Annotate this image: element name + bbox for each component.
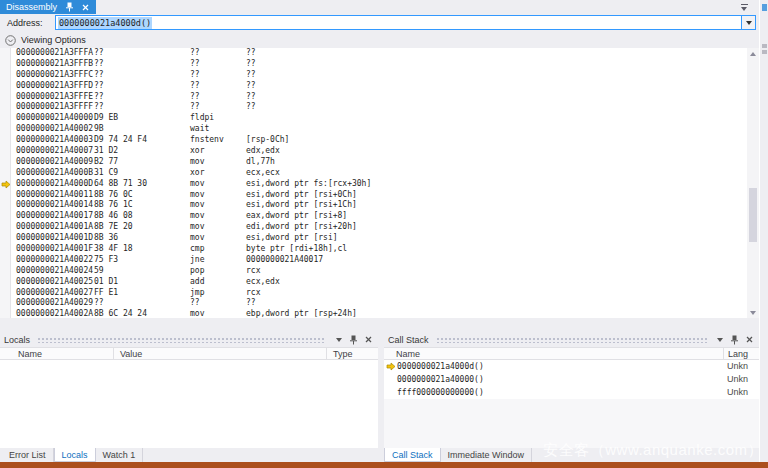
address-input[interactable]: 0000000021a4000d() (55, 15, 756, 30)
window-position-icon[interactable] (714, 334, 725, 345)
frame-name: ffff000000000000() (397, 386, 727, 399)
column-header-lang[interactable]: Lang (724, 348, 759, 359)
disassembly-line[interactable]: 0000000021A400178B 46 08moveax,dword ptr… (0, 211, 747, 222)
disassembly-code-area[interactable]: 0000000021A3FFFA?????? 0000000021A3FFFB?… (0, 48, 747, 318)
instruction-address: 0000000021A40003 (16, 135, 94, 146)
disassembly-line[interactable]: 0000000021A3FFFE?????? (0, 92, 747, 103)
instruction-bytes: 9B (94, 124, 190, 135)
disassembly-line[interactable]: 0000000021A4000B31 C9xorecx,ecx (0, 168, 747, 179)
expander-chevron-icon (5, 35, 16, 46)
frame-gutter (384, 386, 397, 399)
disassembly-line[interactable]: 0000000021A4001F38 4F 18cmpbyte ptr [rdi… (0, 244, 747, 255)
disassembly-line[interactable]: 0000000021A3FFFF?????? (0, 102, 747, 113)
disassembly-line[interactable]: 0000000021A3FFFA?????? (0, 48, 747, 59)
column-header-value[interactable]: Value (114, 348, 327, 359)
callstack-frame[interactable]: 0000000021a40000() Unkn (384, 373, 759, 386)
instruction-bytes: ?? (94, 70, 190, 81)
panel-tab[interactable]: Immediate Window (441, 448, 533, 462)
instruction-bytes: 8B 36 (94, 233, 190, 244)
panel-tab[interactable]: Watch 1 (96, 448, 144, 462)
instruction-bytes: 31 C9 (94, 168, 190, 179)
pin-icon[interactable] (65, 2, 74, 12)
panel-tab-label: Call Stack (392, 450, 433, 460)
drag-handle[interactable] (37, 336, 326, 343)
callstack-column-headers: Name Lang (384, 347, 759, 360)
disassembly-line[interactable]: 0000000021A4001D8B 36movesi,dword ptr [r… (0, 233, 747, 244)
instruction-bytes: B2 77 (94, 157, 190, 168)
document-list-dropdown-icon[interactable] (740, 4, 749, 11)
disassembly-line[interactable]: 0000000021A4000D64 8B 71 30movesi,dword … (0, 179, 747, 190)
instruction-bytes: 8B 46 08 (94, 211, 190, 222)
instruction-operands: esi,dword ptr [rsi+1Ch] (246, 200, 357, 209)
disassembly-line[interactable]: 0000000021A40009B2 77movdl,77h (0, 157, 747, 168)
instruction-mnemonic: add (190, 277, 246, 288)
code-scrollbar[interactable] (747, 48, 759, 318)
callstack-frame[interactable]: 0000000021a4000d() Unkn (384, 360, 759, 373)
frame-lang: Unkn (727, 386, 748, 399)
instruction-bytes: D9 EB (94, 113, 190, 124)
column-header-type[interactable]: Type (327, 348, 378, 359)
scroll-down-icon[interactable] (747, 307, 759, 318)
disassembly-line[interactable]: 0000000021A40027FF E1jmprcx (0, 288, 747, 299)
instruction-operands: ?? (246, 59, 256, 68)
panel-tab[interactable]: Locals (54, 448, 96, 462)
instruction-bytes: 75 F3 (94, 255, 190, 266)
instruction-mnemonic: fldpi (190, 113, 246, 124)
instruction-mnemonic: ?? (190, 92, 246, 103)
pin-icon[interactable] (348, 334, 359, 345)
disassembly-line[interactable]: 0000000021A3FFFD?????? (0, 81, 747, 92)
callstack-frame[interactable]: ffff000000000000() Unkn (384, 386, 759, 399)
column-header-name[interactable]: Name (0, 348, 114, 359)
disassembly-line[interactable]: 0000000021A40000D9 EBfldpi (0, 113, 747, 124)
instruction-address: 0000000021A3FFFD (16, 81, 94, 92)
disassembly-line[interactable]: 0000000021A4002459poprcx (0, 266, 747, 277)
callstack-body[interactable]: 0000000021a4000d() Unkn 0000000021a40000… (384, 360, 759, 448)
disassembly-line[interactable]: 0000000021A3FFFB?????? (0, 59, 747, 70)
disassembly-line[interactable]: 0000000021A400118B 76 0Cmovesi,dword ptr… (0, 190, 747, 201)
instruction-address: 0000000021A40017 (16, 211, 94, 222)
disassembly-line[interactable]: 0000000021A40029?????? (0, 298, 747, 309)
tab-disassembly[interactable]: Disassembly (0, 0, 96, 14)
drag-handle[interactable] (436, 336, 707, 343)
locals-titlebar[interactable]: Locals (0, 332, 378, 347)
instruction-operands: byte ptr [rdi+18h],cl (246, 244, 347, 253)
instruction-bytes: 8B 76 1C (94, 200, 190, 211)
locals-body[interactable] (0, 360, 378, 448)
instruction-operands: ?? (246, 48, 256, 57)
tab-title: Disassembly (6, 2, 57, 12)
disassembly-line[interactable]: 0000000021A4001A8B 7E 20movedi,dword ptr… (0, 222, 747, 233)
window-position-icon[interactable] (333, 334, 344, 345)
close-icon[interactable] (82, 4, 89, 11)
disassembly-line[interactable]: 0000000021A400148B 76 1Cmovesi,dword ptr… (0, 200, 747, 211)
locals-panel: Locals Name Value Type (0, 332, 378, 448)
disassembly-line[interactable]: 0000000021A4002275 F3jne0000000021A40017 (0, 255, 747, 266)
disassembly-line[interactable]: 0000000021A4002A8B 6C 24 24movebp,dword … (0, 309, 747, 318)
instruction-address: 0000000021A4000D (16, 179, 94, 190)
instruction-mnemonic: mov (190, 309, 246, 318)
instruction-mnemonic: xor (190, 146, 246, 157)
viewing-options-toggle[interactable]: Viewing Options (0, 32, 759, 48)
address-dropdown-button[interactable] (741, 16, 755, 29)
scroll-up-icon[interactable] (747, 48, 759, 59)
instruction-address: 0000000021A3FFFE (16, 92, 94, 103)
disassembly-line[interactable]: 0000000021A4000731 D2xoredx,edx (0, 146, 747, 157)
disassembly-line[interactable]: 0000000021A400029Bwait (0, 124, 747, 135)
panel-tab[interactable]: Error List (2, 448, 54, 462)
disassembly-line[interactable]: 0000000021A3FFFC?????? (0, 70, 747, 81)
callstack-titlebar[interactable]: Call Stack (384, 332, 759, 347)
close-icon[interactable] (363, 334, 374, 345)
sliver-icon (762, 44, 767, 48)
disassembly-line[interactable]: 0000000021A40003D9 74 24 F4fnstenv[rsp-0… (0, 135, 747, 146)
disassembly-line[interactable]: 0000000021A4002501 D1addecx,edx (0, 277, 747, 288)
close-icon[interactable] (744, 334, 755, 345)
instruction-address: 0000000021A4001A (16, 222, 94, 233)
callstack-frames: 0000000021a4000d() Unkn 0000000021a40000… (384, 360, 759, 399)
current-frame-arrow-icon (386, 362, 396, 371)
pin-icon[interactable] (729, 334, 740, 345)
column-header-name[interactable]: Name (384, 348, 724, 359)
instruction-address: 0000000021A40002 (16, 124, 94, 135)
instruction-address: 0000000021A40000 (16, 113, 94, 124)
panel-tab[interactable]: Call Stack (384, 448, 441, 462)
address-label: Address: (7, 18, 43, 28)
scrollbar-thumb[interactable] (749, 188, 757, 242)
